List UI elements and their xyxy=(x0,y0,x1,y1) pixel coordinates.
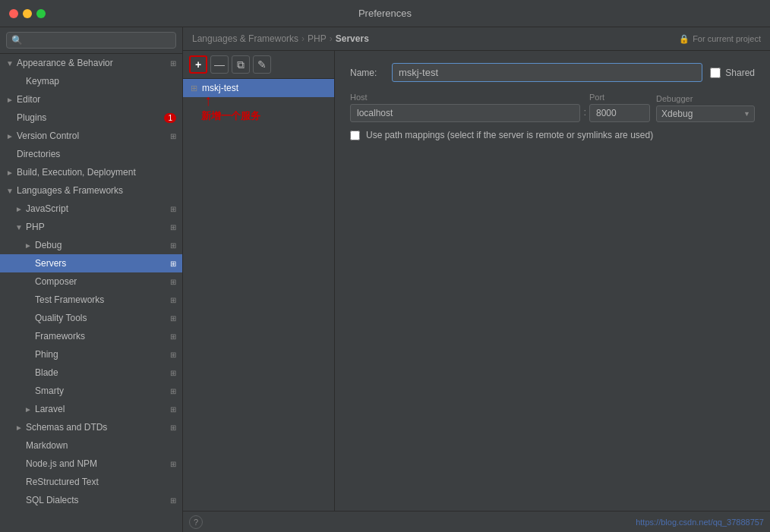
bottom-url[interactable]: https://blog.csdn.net/qq_37888757 xyxy=(636,518,764,527)
sidebar-item-label-frameworks: Frameworks xyxy=(35,331,167,342)
colon-separator: : xyxy=(580,106,589,122)
sidebar-item-schemas-dtds[interactable]: ►Schemas and DTDs⊞ xyxy=(0,418,182,436)
badge-plugins: 1 xyxy=(164,113,176,123)
sidebar-item-build[interactable]: ►Build, Execution, Deployment xyxy=(0,163,182,181)
shared-checkbox[interactable] xyxy=(710,68,721,78)
shared-row: Shared xyxy=(710,68,755,78)
debugger-select-wrapper: Xdebug Zend Debugger xyxy=(656,105,755,122)
sidebar-item-laravel[interactable]: ►Laravel⊞ xyxy=(0,400,182,418)
debugger-col: Debugger Xdebug Zend Debugger xyxy=(656,94,755,122)
port-input[interactable] xyxy=(589,104,650,122)
sidebar-item-javascript[interactable]: ►JavaScript⊞ xyxy=(0,200,182,218)
path-mappings-checkbox[interactable] xyxy=(350,131,360,140)
titlebar: Preferences xyxy=(0,0,770,27)
sidebar-item-quality-tools[interactable]: Quality Tools⊞ xyxy=(0,309,182,327)
tree-arrow: ► xyxy=(15,423,26,432)
server-form-panel: Name: Shared Host : Port xyxy=(335,51,770,511)
sidebar-item-debug[interactable]: ►Debug⊞ xyxy=(0,236,182,254)
sidebar-item-label-blade: Blade xyxy=(35,367,167,378)
sidebar-item-label-servers: Servers xyxy=(35,258,167,269)
sidebar-item-label-markdown: Markdown xyxy=(26,440,176,451)
sidebar-item-blade[interactable]: Blade⊞ xyxy=(0,364,182,382)
sidebar-item-lang-frameworks[interactable]: ▼Languages & Frameworks xyxy=(0,181,182,200)
sidebar-item-label-restructured-text: ReStructured Text xyxy=(26,477,176,487)
sidebar-item-label-editor: Editor xyxy=(17,94,176,105)
sidebar-item-restructured-text[interactable]: ReStructured Text xyxy=(0,473,182,491)
sidebar-item-phing[interactable]: Phing⊞ xyxy=(0,345,182,364)
server-icon: ⊞ xyxy=(191,83,197,93)
sidebar-item-keymap[interactable]: Keymap xyxy=(0,72,182,90)
link-icon: ⊞ xyxy=(170,332,176,341)
close-button[interactable] xyxy=(9,9,18,18)
tree-arrow: ► xyxy=(24,241,35,250)
sidebar-item-sql-dialects[interactable]: SQL Dialects⊞ xyxy=(0,491,182,509)
tree-arrow: ► xyxy=(6,96,17,104)
remove-server-button[interactable]: — xyxy=(210,55,229,74)
sidebar-item-label-phing: Phing xyxy=(35,349,167,360)
breadcrumb-current: Servers xyxy=(336,33,369,44)
server-list-panel: + — ⧉ ✎ ⊞mskj-test xyxy=(183,51,335,511)
help-button[interactable]: ? xyxy=(189,515,203,529)
copy-server-button[interactable]: ⧉ xyxy=(232,55,250,74)
tree-arrow: ► xyxy=(24,405,35,414)
sidebar-item-label-keymap: Keymap xyxy=(26,76,176,87)
breadcrumb-sep-0: › xyxy=(301,33,305,44)
search-input[interactable] xyxy=(6,32,176,49)
project-tag-label: For current project xyxy=(693,34,761,43)
sidebar-item-label-composer: Composer xyxy=(35,276,167,287)
sidebar-item-label-directories: Directories xyxy=(17,149,176,159)
sidebar-item-php[interactable]: ▼PHP⊞ xyxy=(0,218,182,236)
sidebar-item-markdown[interactable]: Markdown xyxy=(0,436,182,455)
breadcrumb: Languages & Frameworks › PHP › Servers 🔒… xyxy=(183,27,770,51)
edit-server-button[interactable]: ✎ xyxy=(253,55,271,74)
sidebar-item-label-schemas-dtds: Schemas and DTDs xyxy=(26,422,167,433)
sidebar-item-frameworks[interactable]: Frameworks⊞ xyxy=(0,327,182,345)
maximize-button[interactable] xyxy=(36,9,46,18)
tree-arrow: ▼ xyxy=(6,187,17,195)
server-toolbar: + — ⧉ ✎ xyxy=(183,51,334,79)
add-server-button[interactable]: + xyxy=(189,55,207,74)
sidebar-item-label-version-control: Version Control xyxy=(17,131,167,141)
host-col: Host xyxy=(350,93,580,122)
bottom-bar: ? https://blog.csdn.net/qq_37888757 xyxy=(183,511,770,532)
sidebar-item-servers[interactable]: Servers⊞ xyxy=(0,254,182,272)
name-input[interactable] xyxy=(392,63,702,82)
sidebar-item-label-smarty: Smarty xyxy=(35,386,167,396)
host-input[interactable] xyxy=(350,104,580,122)
name-row: Name: Shared xyxy=(350,63,755,82)
sidebar-item-label-quality-tools: Quality Tools xyxy=(35,313,167,323)
sidebar-item-smarty[interactable]: Smarty⊞ xyxy=(0,382,182,400)
sidebar-item-label-build: Build, Execution, Deployment xyxy=(17,167,176,178)
server-entry-mskj-test[interactable]: ⊞mskj-test xyxy=(183,79,334,97)
sidebar: ▼Appearance & Behavior⊞Keymap►EditorPlug… xyxy=(0,27,183,532)
window-controls xyxy=(9,9,46,18)
port-col: Port xyxy=(589,93,650,122)
window-title: Preferences xyxy=(358,8,412,19)
sidebar-item-composer[interactable]: Composer⊞ xyxy=(0,272,182,291)
sidebar-item-editor[interactable]: ►Editor xyxy=(0,90,182,109)
server-entries: ⊞mskj-test xyxy=(183,79,334,511)
link-icon: ⊞ xyxy=(170,205,176,213)
sidebar-item-label-php: PHP xyxy=(26,222,167,232)
sidebar-item-plugins[interactable]: Plugins1 xyxy=(0,109,182,127)
sidebar-item-version-control[interactable]: ►Version Control⊞ xyxy=(0,127,182,145)
project-tag-icon: 🔒 xyxy=(679,34,690,44)
debugger-select[interactable]: Xdebug Zend Debugger xyxy=(656,105,755,122)
host-label: Host xyxy=(350,93,580,102)
breadcrumb-part-0: Languages & Frameworks xyxy=(192,33,298,44)
sidebar-item-label-debug: Debug xyxy=(35,240,167,250)
port-label: Port xyxy=(589,93,650,102)
content-area: Languages & Frameworks › PHP › Servers 🔒… xyxy=(183,27,770,532)
tree-arrow: ► xyxy=(15,205,26,213)
sidebar-item-label-test-frameworks: Test Frameworks xyxy=(35,294,167,305)
sidebar-item-test-frameworks[interactable]: Test Frameworks⊞ xyxy=(0,291,182,309)
sidebar-item-directories[interactable]: Directories xyxy=(0,145,182,163)
tree-arrow: ▼ xyxy=(15,223,26,231)
breadcrumb-sep-1: › xyxy=(330,33,333,44)
link-icon: ⊞ xyxy=(170,260,176,268)
search-box xyxy=(0,27,182,54)
link-icon: ⊞ xyxy=(170,296,176,304)
minimize-button[interactable] xyxy=(23,9,32,18)
sidebar-item-nodejs-npm[interactable]: Node.js and NPM⊞ xyxy=(0,455,182,473)
sidebar-item-appearance[interactable]: ▼Appearance & Behavior⊞ xyxy=(0,54,182,72)
